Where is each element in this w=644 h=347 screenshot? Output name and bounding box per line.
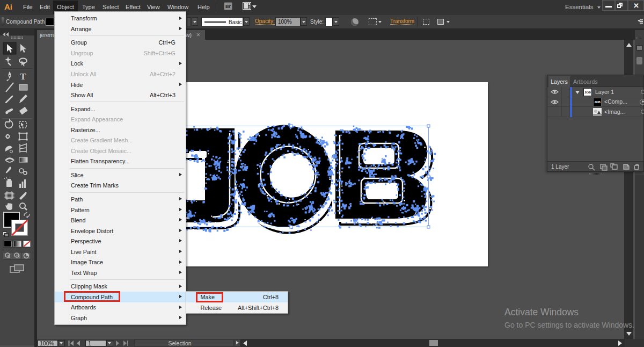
svg-text:T: T: [20, 71, 26, 82]
